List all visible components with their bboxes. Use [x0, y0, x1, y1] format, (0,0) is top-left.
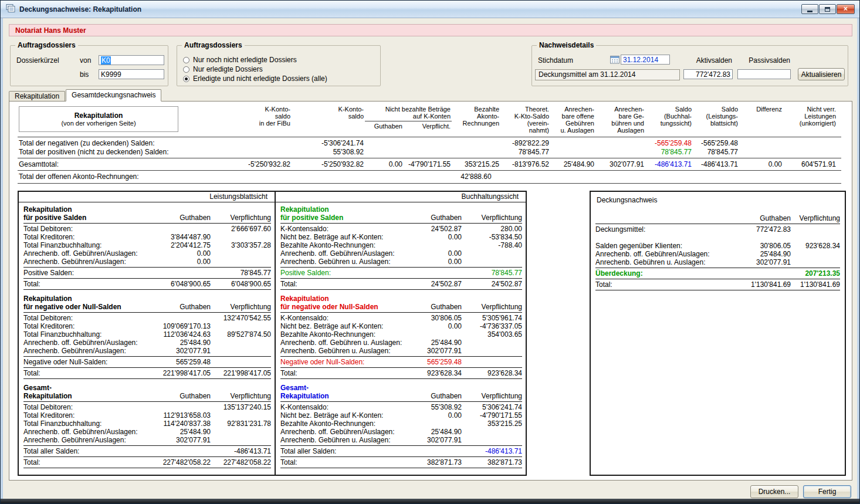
guthaben-column-header: Guthaben	[152, 303, 211, 311]
panel-row: Anrechenb. Gebühren u. Auslagen:0.00	[280, 258, 522, 266]
guthaben-value: 24'502.87	[403, 280, 462, 288]
column-header-line: Akonto-	[452, 113, 499, 120]
dossier-filter-radio-group: Nur noch nicht erledigte DossiersNur erl…	[183, 55, 327, 83]
tab-rekapitulation[interactable]: Rekapitulation	[9, 91, 65, 101]
radio-option-3[interactable]: Erledigte und nicht erledigte Dossiers (…	[183, 74, 327, 83]
verpflichtung-value: 24'502.87	[462, 280, 522, 288]
panel-section: Rekapitulationfür negative oder Null-Sal…	[23, 295, 271, 379]
minimize-button[interactable]	[801, 4, 818, 14]
window-title: Deckungsnachweise: Rekapitulation	[19, 5, 141, 13]
verpflichtung-value	[211, 411, 271, 420]
aktualisieren-button[interactable]: Aktualisieren	[798, 68, 845, 80]
value-cell	[235, 148, 292, 157]
maximize-button[interactable]	[819, 4, 836, 14]
close-button[interactable]: ×	[837, 4, 855, 14]
row-label: Total:	[595, 280, 735, 289]
guthaben-column-header: Guthaben	[403, 392, 462, 400]
row-label: Anrechenb. off. Gebühren/Auslagen:	[595, 250, 735, 258]
panel-section: Rekapitulationfür negative oder Null-Sal…	[280, 295, 522, 379]
panel-row: Anrechenb. off. Gebühren/Auslagen:25'484…	[23, 339, 271, 347]
aktivsalden-input[interactable]: 772'472.83	[683, 69, 733, 79]
fertig-button[interactable]: Fertig	[803, 485, 851, 498]
von-input[interactable]: K0	[99, 55, 164, 65]
section-header-row: für negative oder Null-SaldenGuthabenVer…	[23, 303, 271, 311]
passivsalden-input[interactable]	[737, 69, 791, 79]
section-title: Rekapitulation	[23, 205, 271, 214]
calendar-icon[interactable]	[610, 55, 619, 66]
verpflichtung-value	[462, 436, 522, 444]
deckungsnachweis-panel: Deckungsnachweis GuthabenVerpflichtungDe…	[590, 191, 846, 476]
panel-row: K-Kontensaldo:30'806.055'305'961.74	[280, 314, 522, 322]
verpflichtung-value: 221'998'417.05	[211, 369, 271, 377]
value-cell: 78'845.77	[693, 148, 739, 157]
row-label: Anrechenb. Gebühren/Auslagen:	[23, 347, 152, 355]
summary-table-header: Rekapitulation(von der vorherigen Seite)…	[18, 105, 841, 137]
panel-row: Positive Salden:78'845.77	[280, 269, 522, 277]
verpflichtung-value	[211, 347, 271, 355]
guthaben-value	[403, 447, 462, 455]
verpflichtung-value: 5'305'961.74	[462, 314, 522, 322]
auftragsdossiers-filter-group: Auftragsdossiers Nur noch nicht erledigt…	[177, 45, 381, 86]
titlebar: Deckungsnachweise: Rekapitulation ×	[1, 1, 859, 18]
divider-line	[280, 456, 522, 457]
verpflichtung-value: 1'130'841.69	[791, 280, 840, 289]
panel-row: Bezahlte Akonto-Rechnungen:-788.40	[280, 241, 522, 249]
value-cell	[292, 172, 365, 181]
bis-input[interactable]: K9999	[99, 69, 164, 79]
row-label: Total:	[23, 458, 152, 466]
row-label: Anrechenb. Gebühren u. Auslagen:	[280, 436, 403, 444]
panel-row: Total Kreditoren:109'069'170.13	[23, 322, 271, 330]
verpflichtung-value	[211, 436, 271, 444]
divider-line	[280, 378, 522, 379]
guthaben-value: 1'130'841.69	[735, 280, 791, 289]
row-label: Total Finanzbuchhaltung:	[23, 330, 152, 339]
drucken-button[interactable]: Drucken...	[750, 485, 798, 498]
radio-button-icon[interactable]	[183, 76, 189, 82]
deckungsnachweis-header-row: GuthabenVerpflichtung	[595, 214, 840, 222]
row-label: Total aller Salden:	[23, 447, 152, 455]
panel-row: Total Debitoren:135'137'240.15	[23, 403, 271, 411]
row-label: Nicht bez. Beträge auf K-Konten:	[280, 322, 403, 330]
value-cell	[365, 139, 404, 148]
guthaben-value: 3'844'487.90	[152, 233, 211, 241]
section-title: Gesamt-	[280, 384, 522, 392]
divider-line	[23, 267, 271, 268]
table-row: Total der negativen (zu deckenden) Salde…	[18, 139, 841, 148]
verpflichtung-value	[462, 339, 522, 347]
radio-button-icon[interactable]	[183, 57, 189, 63]
radio-option-2[interactable]: Nur erledigte Dossiers	[183, 65, 327, 74]
verpflichtung-value: -788.40	[462, 241, 522, 249]
stichdatum-input[interactable]: 31.12.2014	[621, 55, 670, 65]
tab-gesamtdeckungsnachweis[interactable]: Gesamtdeckungsnachweis	[66, 89, 161, 102]
radio-option-1[interactable]: Nur noch nicht erledigte Dossiers	[183, 55, 327, 65]
row-label: Nicht bez. Beträge auf K-Konten:	[280, 411, 403, 420]
value-cell	[452, 139, 500, 148]
value-cell	[693, 172, 739, 181]
guthaben-value	[152, 225, 211, 233]
divider-line	[280, 367, 522, 368]
group-header-line: Nicht bezahlte Beträge	[365, 106, 451, 113]
guthaben-value: 382'871.73	[403, 458, 462, 466]
section-title: Rekapitulation	[280, 295, 522, 303]
value-cell	[783, 148, 837, 157]
rekapitulation-box: Rekapitulation(von der vorherigen Seite)	[19, 106, 178, 132]
rekapitulation-summary-table: Rekapitulation(von der vorherigen Seite)…	[18, 105, 841, 184]
guthaben-value: 25'484.90	[735, 250, 791, 258]
divider-line	[23, 278, 271, 279]
panel-row: Nicht bez. Beträge auf K-Konten:0.00-53'…	[280, 233, 522, 241]
guthaben-value: 221'998'417.05	[152, 369, 211, 377]
verpflichtung-value: -4'790'171.55	[462, 411, 522, 420]
guthaben-value: 112'913'658.03	[152, 411, 211, 420]
row-label: Total:	[23, 369, 152, 377]
radio-button-icon[interactable]	[183, 66, 189, 73]
divider-line	[280, 445, 522, 446]
value-cell	[404, 139, 452, 148]
box-title: Rekapitulation	[75, 111, 123, 120]
panel-section: Gesamt-RekapitulationGuthabenVerpflichtu…	[23, 384, 271, 468]
row-label: Negative oder Null-Salden:	[23, 358, 152, 366]
value-cell: -5'250'932.82	[292, 160, 365, 169]
panel-row: Total Debitoren:2'666'697.60	[23, 225, 271, 233]
row-label: Anrechenb. Gebühren u. Auslagen:	[595, 258, 735, 266]
panel-row: Negative oder Null-Salden:565'259.48	[280, 358, 522, 366]
row-label: Total Debitoren:	[23, 403, 152, 411]
